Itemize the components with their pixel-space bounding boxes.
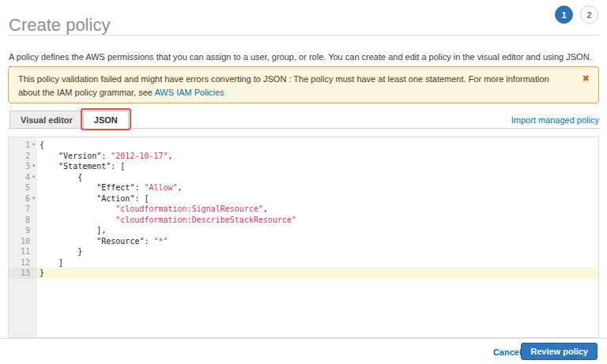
editor-line[interactable]: 2 "Version": "2012-10-17", (9, 151, 598, 162)
editor-line[interactable]: 5 "Effect": "Allow", (9, 182, 598, 193)
editor-line[interactable]: 3▾ "Statement": [ (9, 161, 598, 172)
fold-arrow-icon[interactable]: ▾ (30, 193, 37, 205)
line-number-gutter: 3▾ (9, 161, 37, 172)
warning-text: This policy validation failed and might … (18, 74, 549, 97)
tab-visual-editor[interactable]: Visual editor (9, 111, 84, 129)
line-number: 10 (21, 237, 30, 246)
code-line: "cloudformation:SignalResource", (37, 204, 598, 215)
code-line: ], (37, 225, 598, 236)
editor-line[interactable]: 1▾{ (9, 140, 598, 151)
line-number-gutter: 4▾ (9, 172, 37, 183)
line-number: 2 (25, 152, 30, 160)
validation-warning-banner: This policy validation failed and might … (8, 66, 599, 103)
tab-json-label: JSON (94, 115, 118, 125)
line-number: 7 (25, 205, 30, 213)
editor-line[interactable]: 4▾ { (9, 172, 598, 183)
line-number-gutter: 7 (9, 204, 37, 215)
line-number-gutter: 5 (9, 182, 37, 193)
code-line: "Version": "2012-10-17", (37, 151, 598, 162)
editor-line[interactable]: 7 "cloudformation:SignalResource", (9, 204, 598, 215)
editor-line[interactable]: 6▾ "Action": [ (9, 193, 598, 205)
review-policy-button[interactable]: Review policy (521, 343, 598, 360)
cancel-button[interactable]: Cancel (493, 347, 522, 357)
line-number: 5 (25, 183, 30, 192)
code-line: "Resource": "*" (37, 236, 598, 247)
import-managed-policy-link[interactable]: Import managed policy (511, 115, 599, 125)
create-policy-page: Create policy 1 2 A policy defines the A… (0, 0, 607, 364)
json-code-editor[interactable]: 1▾{2 "Version": "2012-10-17",3▾ "Stateme… (8, 137, 599, 338)
fold-arrow-icon[interactable]: ▾ (30, 140, 37, 151)
tab-json[interactable]: JSON (83, 111, 129, 129)
line-number: 11 (21, 247, 30, 256)
code-line: { (37, 140, 598, 151)
editor-rows: 1▾{2 "Version": "2012-10-17",3▾ "Stateme… (9, 140, 598, 279)
editor-tabs: Visual editor JSON (9, 111, 129, 129)
step-1-badge: 1 (555, 6, 573, 24)
line-number: 9 (25, 226, 30, 235)
step-2-badge: 2 (580, 6, 598, 24)
line-number-gutter: 9 (9, 225, 37, 236)
line-number-gutter: 12 (9, 257, 37, 268)
code-line: } (37, 268, 598, 279)
line-number: 12 (21, 258, 30, 267)
line-number: 13 (21, 268, 30, 277)
code-line: ] (37, 257, 598, 268)
page-title: Create policy (9, 15, 110, 36)
code-line: "Effect": "Allow", (37, 182, 598, 193)
editor-line[interactable]: 11 } (9, 246, 598, 257)
line-number-gutter: 8 (9, 215, 37, 226)
intro-description: A policy defines the AWS permissions tha… (9, 52, 592, 62)
code-line: } (37, 246, 598, 257)
line-number-gutter: 10 (9, 236, 37, 247)
editor-line[interactable]: 12 ] (9, 257, 598, 268)
editor-line[interactable]: 10 "Resource": "*" (9, 236, 598, 247)
code-line: "Action": [ (37, 193, 598, 205)
fold-arrow-icon[interactable]: ▾ (30, 161, 37, 172)
line-number-gutter: 6▾ (9, 193, 37, 205)
editor-line[interactable]: 13} (9, 268, 598, 279)
line-number-gutter: 11 (9, 246, 37, 257)
line-number-gutter: 1▾ (9, 140, 37, 151)
code-line: "Statement": [ (37, 161, 598, 172)
code-line: "cloudformation:DescribeStackResource" (37, 215, 598, 226)
editor-line[interactable]: 9 ], (9, 225, 598, 236)
fold-arrow-icon[interactable]: ▾ (30, 172, 37, 183)
header-divider (8, 35, 599, 36)
code-line: { (37, 172, 598, 183)
footer-bar: Cancel Review policy (0, 339, 607, 364)
line-number-gutter: 2 (9, 151, 37, 162)
editor-line[interactable]: 8 "cloudformation:DescribeStackResource" (9, 215, 598, 226)
step-indicator: 1 2 (555, 6, 598, 24)
close-icon[interactable]: ✖ (582, 72, 590, 85)
line-number: 8 (25, 216, 30, 224)
line-number-gutter: 13 (9, 268, 37, 279)
aws-iam-policies-link[interactable]: AWS IAM Policies (154, 88, 224, 97)
